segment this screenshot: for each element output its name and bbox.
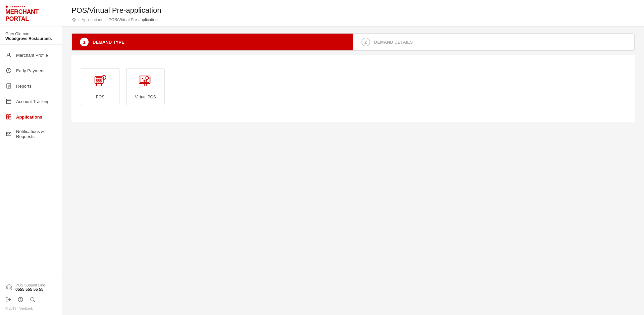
support-info: POS Support Line 0555 555 55 55 bbox=[15, 283, 45, 292]
svg-rect-20 bbox=[98, 80, 99, 81]
merchant-profile-icon bbox=[5, 52, 12, 58]
svg-point-15 bbox=[20, 301, 21, 301]
svg-rect-23 bbox=[98, 81, 99, 82]
user-info: Gary Oldman Woodgrove Restaurants bbox=[0, 27, 62, 45]
brand-bottom: MERCHANT PORTAL bbox=[5, 8, 56, 22]
breadcrumb-current: POS/Virtual Pre-application bbox=[109, 17, 158, 22]
virtual-pos-card-label: Virtual POS bbox=[135, 95, 156, 99]
virtual-pos-icon bbox=[138, 74, 154, 91]
svg-rect-24 bbox=[100, 81, 101, 82]
logout-button[interactable] bbox=[5, 297, 11, 303]
breadcrumb-home-icon[interactable] bbox=[71, 17, 76, 22]
support-number: 0555 555 55 55 bbox=[15, 287, 45, 292]
svg-rect-25 bbox=[96, 78, 102, 79]
svg-line-17 bbox=[34, 301, 35, 302]
svg-rect-21 bbox=[100, 80, 101, 81]
sidebar-label-notifications: Notifications & Requests bbox=[16, 129, 56, 139]
step-1-label: DEMAND TYPE bbox=[93, 40, 125, 45]
sidebar-label-applications: Applications bbox=[16, 115, 42, 120]
sidebar-label-account-tracking: Account Tracking bbox=[16, 99, 50, 104]
main-content: POS/Virtual Pre-application › Applicatio… bbox=[62, 0, 644, 315]
virtual-pos-card[interactable]: Virtual POS bbox=[126, 68, 165, 105]
cards-area: $ POS bbox=[71, 55, 635, 122]
sidebar-label-merchant-profile: Merchant Profile bbox=[16, 53, 48, 58]
pos-icon: $ bbox=[92, 74, 108, 91]
search-button[interactable] bbox=[30, 297, 36, 303]
user-company: Woodgrove Restaurants bbox=[5, 36, 56, 41]
sidebar-item-merchant-profile[interactable]: Merchant Profile bbox=[0, 47, 62, 63]
footer-actions bbox=[5, 297, 56, 303]
notifications-icon bbox=[5, 131, 12, 137]
headset-icon bbox=[5, 284, 13, 291]
svg-rect-19 bbox=[96, 80, 97, 81]
page-title: POS/Virtual Pre-application bbox=[71, 6, 635, 15]
applications-icon bbox=[5, 114, 12, 120]
support-line: POS Support Line 0555 555 55 55 bbox=[5, 283, 56, 292]
svg-point-16 bbox=[31, 298, 34, 301]
svg-rect-12 bbox=[6, 287, 7, 289]
svg-text:$: $ bbox=[103, 76, 104, 79]
svg-rect-8 bbox=[9, 115, 11, 117]
logo-area: ◆ VERIPARK MERCHANT PORTAL bbox=[0, 0, 62, 27]
step-1-number: 1 bbox=[80, 38, 89, 46]
user-name: Gary Oldman bbox=[5, 32, 56, 36]
breadcrumb-applications[interactable]: Applications bbox=[82, 17, 103, 22]
nav-menu: Merchant Profile Early Payment Reports bbox=[0, 45, 62, 278]
breadcrumb: › Applications › POS/Virtual Pre-applica… bbox=[71, 17, 635, 22]
svg-rect-9 bbox=[6, 117, 8, 119]
svg-rect-22 bbox=[96, 81, 97, 82]
svg-point-0 bbox=[8, 53, 10, 55]
brand-top: ◆ VERIPARK bbox=[5, 5, 56, 8]
breadcrumb-sep-2: › bbox=[105, 17, 107, 22]
sidebar-label-reports: Reports bbox=[16, 84, 32, 89]
breadcrumb-sep-1: › bbox=[78, 17, 80, 22]
support-label: POS Support Line bbox=[15, 283, 45, 287]
svg-rect-13 bbox=[11, 287, 12, 289]
svg-rect-2 bbox=[7, 84, 11, 88]
svg-point-34 bbox=[144, 81, 145, 82]
svg-rect-10 bbox=[9, 117, 11, 119]
step-demand-type[interactable]: 1 DEMAND TYPE bbox=[72, 34, 353, 50]
copyright: © 2019 - VeriBank bbox=[5, 307, 56, 310]
sidebar-item-notifications[interactable]: Notifications & Requests bbox=[0, 125, 62, 143]
help-button[interactable] bbox=[17, 297, 23, 303]
pos-card[interactable]: $ POS bbox=[81, 68, 119, 105]
sidebar-item-reports[interactable]: Reports bbox=[0, 78, 62, 94]
page-header: POS/Virtual Pre-application › Applicatio… bbox=[62, 0, 644, 27]
sidebar: ◆ VERIPARK MERCHANT PORTAL Gary Oldman W… bbox=[0, 0, 62, 315]
svg-rect-6 bbox=[6, 99, 11, 104]
page-body: 1 DEMAND TYPE 2 DEMAND DETAILS bbox=[62, 27, 644, 315]
step-demand-details: 2 DEMAND DETAILS bbox=[353, 34, 635, 50]
early-payment-icon bbox=[5, 67, 12, 74]
sidebar-item-applications[interactable]: Applications bbox=[0, 109, 62, 125]
step-2-label: DEMAND DETAILS bbox=[374, 40, 413, 45]
sidebar-footer: POS Support Line 0555 555 55 55 © 201 bbox=[0, 278, 62, 315]
svg-point-35 bbox=[146, 81, 147, 82]
step-2-number: 2 bbox=[361, 38, 370, 46]
svg-rect-7 bbox=[6, 115, 8, 117]
sidebar-item-early-payment[interactable]: Early Payment bbox=[0, 63, 62, 78]
sidebar-item-account-tracking[interactable]: Account Tracking bbox=[0, 94, 62, 109]
reports-icon bbox=[5, 83, 12, 89]
account-tracking-icon bbox=[5, 98, 12, 105]
sidebar-label-early-payment: Early Payment bbox=[16, 68, 45, 73]
pos-card-label: POS bbox=[96, 95, 104, 99]
step-bar: 1 DEMAND TYPE 2 DEMAND DETAILS bbox=[71, 33, 635, 51]
